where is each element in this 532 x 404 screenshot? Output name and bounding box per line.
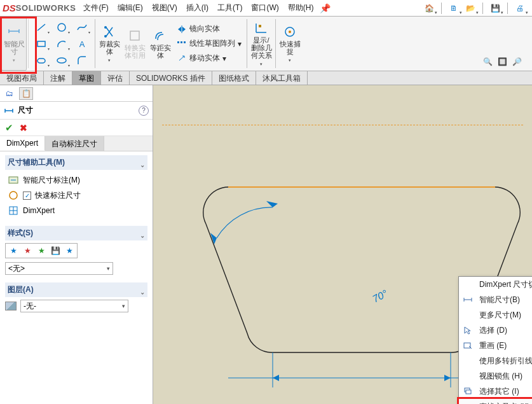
menu-view[interactable]: 视图(V) [152,3,177,13]
menubar: DS SOLIDWORKS 文件(F) 编辑(E) 视图(V) 插入(I) 工具… [0,0,532,17]
section-style-head[interactable]: 样式(S) [5,226,147,240]
ctx-select-other[interactable]: 选择其它 (I) [459,384,532,399]
svg-point-4 [104,26,107,29]
save-button[interactable]: 💾▾ [488,2,502,15]
menu-edit[interactable]: 编辑(E) [118,3,143,13]
ok-button[interactable]: ✔ [5,122,13,134]
smart-dimension-button[interactable]: 智能尺寸 ▾ [1,17,27,71]
tab-view-layout[interactable]: 视图布局 [0,71,44,85]
fillet-tool[interactable] [73,53,91,67]
offset-button[interactable]: 等距实体 [147,17,173,71]
move-button[interactable]: 移动实体▾ [177,53,242,64]
tab-addins[interactable]: SOLIDWORKS 插件 [130,71,212,85]
lp-tab-tree[interactable]: 🗂 [3,87,17,100]
lp-tab-props[interactable]: 📋 [19,87,33,100]
style-combobox[interactable]: <无> [5,262,113,275]
ctx-dimxpert-toggle[interactable]: DimXpert 尺寸切换 (A) [459,277,532,292]
zoom-button[interactable]: 🔍 [483,57,493,66]
tab-sketch[interactable]: 草图 [72,71,101,85]
style-load[interactable]: ★ [63,245,76,256]
arc-tool[interactable]: ▾ [53,37,71,51]
menu-window[interactable]: 窗口(W) [251,3,278,13]
ctx-smart-dim[interactable]: 智能尺寸(B) [459,292,532,307]
mirror-button[interactable]: 镜向实体 [177,24,242,34]
dropdown-icon: ▾ [222,54,226,63]
style-update[interactable]: ★ [35,245,48,256]
layer-combobox[interactable]: -无- [20,300,128,312]
quick-snap-button[interactable]: 快速捕捉 ▾ [277,17,303,71]
menu-insert[interactable]: 插入(I) [186,3,208,13]
display-relations-button[interactable]: 显示/删除几何关系 ▾ [249,17,274,71]
svg-rect-22 [466,390,471,394]
ctx-label: 使用多转折引线 (F) [479,356,532,366]
scissors-icon [102,25,116,39]
help-button[interactable]: ? [139,106,149,116]
line-tool[interactable]: ▾ [32,20,50,34]
style-toolbar: ★ ★ ★ 💾 ★ [5,243,78,258]
stack-icon [461,385,474,398]
svg-rect-9 [184,41,186,43]
svg-rect-2 [38,59,45,63]
logo-ds-icon: DS [3,3,16,13]
slot-tool[interactable]: ▾ [32,53,50,67]
ellipse-tool[interactable]: ▾ [53,53,71,67]
style-save[interactable]: 💾 [49,245,62,256]
ctx-more-dim[interactable]: 更多尺寸(M)▶ [459,307,532,323]
rectangle-tool[interactable]: ▾ [32,37,50,51]
row-smart-dim[interactable]: 智能尺寸标注(M) [5,172,147,188]
ribbon-tabbar: 视图布局 注解 草图 评估 SOLIDWORKS 插件 图纸格式 沐风工具箱 🔍… [0,71,532,85]
section-style: 样式(S) ★ ★ ★ 💾 ★ <无> [0,222,153,279]
home-button[interactable]: 🏠▾ [422,2,436,15]
angle-dimension-text[interactable]: 70° [371,288,390,305]
offset-label: 等距实体 [149,44,172,59]
menu-file[interactable]: 文件(F) [83,3,108,13]
tab-sheet-format[interactable]: 图纸格式 [212,71,256,85]
convert-button[interactable]: 转换实体引用 [122,17,147,71]
lp-subtabs: DimXpert 自动标注尺寸 [0,136,153,151]
new-button[interactable]: 🗎▾ [447,2,461,15]
subtab-dimxpert[interactable]: DimXpert [0,136,45,151]
ctx-multi-jog[interactable]: 使用多转折引线 (F) [459,353,532,368]
left-panel-tabs: 🗂 📋 [0,85,153,102]
style-add[interactable]: ★ [7,245,20,256]
style-delete[interactable]: ★ [21,245,34,256]
tab-mufeng[interactable]: 沐风工具箱 [256,71,308,85]
dimxpert-label: DimXpert [23,206,55,215]
magnify-button[interactable]: 🔎 [512,57,522,66]
subtab-autodim[interactable]: 自动标注尺寸 [45,136,104,151]
circle-tool[interactable]: ▾ [53,20,71,34]
display-button[interactable]: 🔲 [498,57,507,66]
separator [482,3,483,14]
separator [247,19,247,68]
print-button[interactable]: 🖨▾ [513,2,527,15]
row-quick-dim[interactable]: ✓ 快速标注尺寸 [5,188,147,203]
ok-cancel-row: ✔ ✖ [0,120,153,136]
cancel-button[interactable]: ✖ [20,123,27,133]
text-tool[interactable]: A [73,37,91,51]
ctx-redraw[interactable]: 重画 (E) [459,338,532,353]
pin-icon[interactable]: 📌 [320,3,331,13]
tab-annotation[interactable]: 注解 [44,71,72,85]
trim-button[interactable]: 剪裁实体 ▾ [97,17,122,71]
menu-help[interactable]: 帮助(H) [288,3,314,13]
ctx-select[interactable]: 选择 (D) [459,323,532,338]
dimxpert-icon [8,205,19,216]
separator [441,3,442,14]
quickdim-checkbox[interactable]: ✓ [23,192,31,200]
svg-rect-1 [38,41,45,46]
dimension-icon [4,106,14,116]
ctx-lock-focus[interactable]: 视图锁焦 (H) [459,368,532,384]
pattern-tools: 镜向实体 线性草图阵列▾ 移动实体▾ [173,17,245,71]
section-assist-head[interactable]: 尺寸辅助工具(M) [5,155,147,170]
tab-evaluate[interactable]: 评估 [101,71,130,85]
row-dimxpert[interactable]: DimXpert [5,203,147,218]
menu-tools[interactable]: 工具(T) [217,3,242,13]
drawing-canvas[interactable]: 70° 100 DimXpert 尺寸切换 (A) 智能尺寸(B) 更多尺寸(M… [153,85,532,404]
ctx-find-intersect[interactable]: 查找交叉点 (K) [459,399,532,404]
section-layer-head[interactable]: 图层(A) [5,282,147,297]
main-area: 🗂 📋 尺寸 ? ✔ ✖ DimXpert 自动标注尺寸 尺寸辅助工具(M) 智… [0,85,532,404]
section-layer: 图层(A) -无- [0,279,153,316]
open-button[interactable]: 📂▾ [463,2,477,15]
spline-tool[interactable]: ▾ [73,20,91,34]
linear-pattern-button[interactable]: 线性草图阵列▾ [177,38,242,49]
